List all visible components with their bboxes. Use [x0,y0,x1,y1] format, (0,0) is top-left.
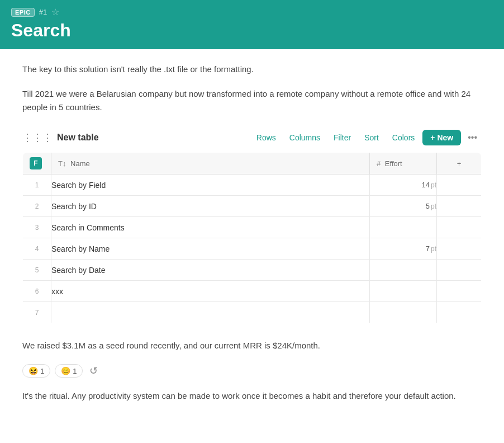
row-effort [370,302,437,323]
sort-button[interactable]: Sort [359,130,384,145]
th-name-label: Name [70,159,90,168]
table-section: ⋮⋮⋮ New table Rows Columns Filter Sort C… [22,130,482,323]
reaction-badge[interactable]: 😊1 [55,364,83,378]
th-effort: # Effort [370,153,437,175]
table-title-area: ⋮⋮⋮ New table [22,131,99,144]
row-extra [437,302,482,323]
columns-button[interactable]: Columns [284,130,326,145]
row-effort: 7pt [370,238,437,260]
table-row: 6xxx [23,281,482,302]
new-button[interactable]: + New [422,130,461,145]
page-title: Search [11,21,493,40]
page-header: EPIC #1 ☆ Search [0,0,504,49]
table-row: 7 [23,302,482,323]
row-extra [437,175,482,196]
f-badge: F [30,157,42,169]
th-row-num: F [23,153,51,175]
row-extra [437,238,482,260]
header-meta: EPIC #1 ☆ [11,7,493,17]
data-table: F T↕ Name # Effort + 1Search by Field14p… [22,152,482,323]
row-number: 3 [23,217,51,238]
name-sort-icon: T↕ [58,159,66,168]
paragraph-2: Till 2021 we were a Belarusian company b… [22,87,482,114]
row-name[interactable]: Search by Date [51,260,370,281]
row-name[interactable]: Search in Comments [51,217,370,238]
add-reaction-button[interactable]: ↺ [87,364,100,378]
more-options-button[interactable]: ••• [463,130,482,145]
filter-button[interactable]: Filter [328,130,356,145]
table-row: 3Search in Comments [23,217,482,238]
reaction-count: 1 [40,367,44,375]
paragraph-3: We raised $3.1M as a seed round recently… [22,339,482,352]
row-extra [437,281,482,302]
row-extra [437,260,482,281]
row-name[interactable]: Search by ID [51,196,370,217]
row-extra [437,196,482,217]
table-row: 4Search by Name7pt [23,238,482,260]
reaction-emoji: 😊 [61,366,70,375]
table-row: 1Search by Field14pt [23,175,482,196]
table-row: 2Search by ID5pt [23,196,482,217]
row-number: 5 [23,260,51,281]
row-effort [370,217,437,238]
page-content: The key to this solution isn't really th… [0,49,504,427]
th-add-column[interactable]: + [437,153,482,175]
row-effort: 14pt [370,175,437,196]
reactions-area: 😆1😊1 ↺ [22,364,482,378]
row-number: 4 [23,238,51,260]
paragraph-4: It's the ritual. Any productivity system… [22,389,482,403]
toolbar-actions: Rows Columns Filter Sort Colors + New ••… [251,130,482,145]
star-icon[interactable]: ☆ [51,7,59,17]
row-name[interactable]: Search by Field [51,175,370,196]
table-header-row: F T↕ Name # Effort + [23,153,482,175]
row-number: 1 [23,175,51,196]
table-row: 5Search by Date [23,260,482,281]
th-effort-label: Effort [385,159,402,168]
paragraph-1: The key to this solution isn't really th… [22,63,482,76]
row-effort [370,281,437,302]
table-toolbar: ⋮⋮⋮ New table Rows Columns Filter Sort C… [22,130,482,145]
row-effort: 5pt [370,196,437,217]
table-name: New table [57,133,99,143]
reaction-count: 1 [73,367,77,375]
rows-button[interactable]: Rows [251,130,282,145]
reaction-badge[interactable]: 😆1 [22,364,50,378]
row-effort [370,260,437,281]
row-number: 7 [23,302,51,323]
th-name: T↕ Name [51,153,370,175]
effort-hash-icon: # [377,159,381,168]
reaction-emoji: 😆 [28,366,38,375]
row-extra [437,217,482,238]
row-name[interactable]: xxx [51,281,370,302]
grid-icon: ⋮⋮⋮ [22,131,53,144]
issue-number: #1 [39,8,47,16]
row-number: 6 [23,281,51,302]
row-number: 2 [23,196,51,217]
row-name[interactable] [51,302,370,323]
row-name[interactable]: Search by Name [51,238,370,260]
colors-button[interactable]: Colors [387,130,420,145]
epic-badge: EPIC [11,8,35,17]
